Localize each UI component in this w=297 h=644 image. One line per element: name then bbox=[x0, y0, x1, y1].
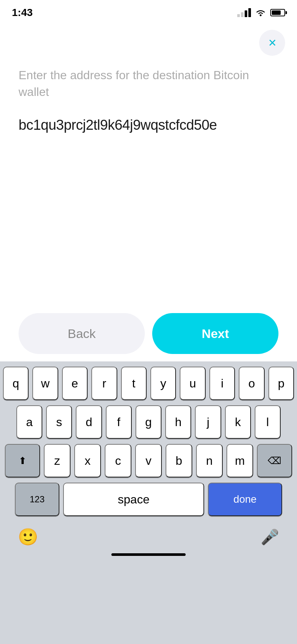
signal-icon bbox=[237, 8, 251, 17]
keyboard-row-4: 123 space done bbox=[3, 483, 294, 516]
key-v[interactable]: v bbox=[135, 444, 162, 477]
key-d[interactable]: d bbox=[76, 405, 102, 439]
next-button[interactable]: Next bbox=[152, 313, 278, 354]
shift-icon: ⬆ bbox=[19, 455, 27, 467]
done-key[interactable]: done bbox=[208, 483, 282, 516]
key-l[interactable]: l bbox=[255, 405, 281, 439]
battery-icon bbox=[270, 9, 285, 16]
keyboard-row-2: a s d f g h j k l bbox=[3, 405, 294, 439]
content-area: Enter the address for the destination Bi… bbox=[0, 56, 297, 135]
key-p[interactable]: p bbox=[268, 367, 294, 400]
key-c[interactable]: c bbox=[105, 444, 131, 477]
key-f[interactable]: f bbox=[106, 405, 132, 439]
key-m[interactable]: m bbox=[226, 444, 253, 477]
emoji-icon[interactable]: 🙂 bbox=[18, 527, 38, 547]
svg-point-0 bbox=[260, 15, 262, 16]
delete-icon: ⌫ bbox=[268, 455, 281, 467]
home-bar bbox=[111, 553, 186, 556]
key-r[interactable]: r bbox=[91, 367, 117, 400]
space-key[interactable]: space bbox=[63, 483, 204, 516]
close-button[interactable]: ✕ bbox=[259, 30, 285, 56]
key-n[interactable]: n bbox=[196, 444, 223, 477]
key-z[interactable]: z bbox=[44, 444, 71, 477]
keyboard: q w e r t y u i o p a s d f g h j k l ⬆ … bbox=[0, 361, 297, 644]
keyboard-row-3: ⬆ z x c v b n m ⌫ bbox=[3, 444, 294, 477]
prompt-text: Enter the address for the destination Bi… bbox=[19, 67, 278, 100]
key-i[interactable]: i bbox=[209, 367, 235, 400]
key-o[interactable]: o bbox=[239, 367, 264, 400]
key-w[interactable]: w bbox=[32, 367, 58, 400]
key-k[interactable]: k bbox=[225, 405, 251, 439]
key-q[interactable]: q bbox=[3, 367, 29, 400]
status-time: 1:43 bbox=[12, 7, 33, 19]
close-icon: ✕ bbox=[268, 37, 277, 49]
wifi-icon bbox=[255, 9, 266, 16]
shift-key[interactable]: ⬆ bbox=[5, 444, 40, 477]
keyboard-bottom-row: 🙂 🎤 bbox=[3, 521, 294, 550]
key-t[interactable]: t bbox=[121, 367, 147, 400]
delete-key[interactable]: ⌫ bbox=[257, 444, 292, 477]
key-u[interactable]: u bbox=[180, 367, 205, 400]
close-button-container: ✕ bbox=[0, 22, 297, 56]
microphone-icon[interactable]: 🎤 bbox=[261, 528, 279, 546]
status-icons bbox=[237, 8, 285, 17]
key-g[interactable]: g bbox=[136, 405, 161, 439]
status-bar: 1:43 bbox=[0, 0, 297, 22]
back-button[interactable]: Back bbox=[19, 313, 145, 354]
key-h[interactable]: h bbox=[165, 405, 191, 439]
key-e[interactable]: e bbox=[62, 367, 88, 400]
key-x[interactable]: x bbox=[74, 444, 101, 477]
action-buttons: Back Next bbox=[0, 313, 297, 354]
key-j[interactable]: j bbox=[195, 405, 221, 439]
key-s[interactable]: s bbox=[46, 405, 72, 439]
address-value: bc1qu3prcj2tl9k64j9wqstcfcd50e bbox=[19, 115, 278, 135]
key-y[interactable]: y bbox=[150, 367, 176, 400]
keyboard-row-1: q w e r t y u i o p bbox=[3, 367, 294, 400]
key-a[interactable]: a bbox=[16, 405, 42, 439]
home-indicator bbox=[3, 550, 294, 562]
key-b[interactable]: b bbox=[166, 444, 192, 477]
numeric-key[interactable]: 123 bbox=[15, 483, 59, 516]
